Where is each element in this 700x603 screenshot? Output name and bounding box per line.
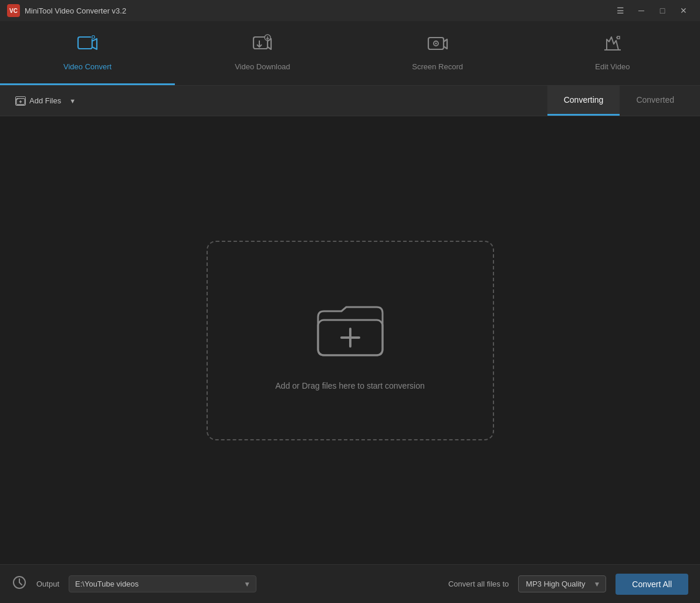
nav-label-edit-video: Edit Video: [595, 62, 630, 71]
bottom-bar: Output E:\YouTube videos ▼ Convert all f…: [0, 564, 700, 603]
nav-item-video-convert[interactable]: Video Convert: [0, 21, 175, 85]
nav-item-screen-record[interactable]: Screen Record: [350, 21, 525, 85]
nav-label-video-download: Video Download: [235, 62, 290, 71]
format-select[interactable]: MP3 High Quality MP4 High Quality AVI MO…: [518, 575, 606, 592]
format-select-wrapper: MP3 High Quality MP4 High Quality AVI MO…: [518, 575, 606, 592]
video-download-icon: [252, 33, 273, 58]
maximize-button[interactable]: □: [653, 4, 672, 18]
app-logo: VC: [7, 4, 20, 17]
app-title: MiniTool Video Converter v3.2: [25, 6, 611, 15]
screen-record-icon: [427, 33, 448, 58]
output-path-select[interactable]: E:\YouTube videos: [69, 575, 256, 592]
history-icon[interactable]: [12, 575, 27, 594]
window-controls: ☰ ─ □ ✕: [611, 4, 693, 18]
drop-zone-text: Add or Drag files here to start conversi…: [275, 381, 424, 390]
nav-label-screen-record: Screen Record: [412, 62, 463, 71]
add-files-label: Add Files: [29, 96, 61, 105]
nav-bar: Video Convert Video Download Sc: [0, 21, 700, 86]
svg-rect-0: [78, 37, 92, 49]
tab-converting[interactable]: Converting: [547, 86, 620, 116]
output-path-wrapper: E:\YouTube videos ▼: [69, 575, 256, 592]
convert-all-files-label: Convert all files to: [448, 580, 509, 588]
drop-zone[interactable]: Add or Drag files here to start conversi…: [207, 241, 494, 440]
output-label: Output: [36, 580, 59, 588]
main-content: Add or Drag files here to start conversi…: [0, 116, 700, 564]
add-files-icon: [15, 96, 26, 106]
edit-video-icon: [602, 33, 623, 58]
nav-label-video-convert: Video Convert: [63, 62, 111, 71]
minimize-button[interactable]: ─: [632, 4, 651, 18]
add-files-button[interactable]: Add Files: [9, 93, 67, 109]
svg-point-11: [435, 43, 437, 45]
nav-item-edit-video[interactable]: Edit Video: [525, 21, 700, 85]
toolbar: Add Files ▼ Converting Converted: [0, 86, 700, 116]
video-convert-icon: [77, 33, 98, 58]
add-files-dropdown-button[interactable]: ▼: [67, 95, 78, 107]
close-button[interactable]: ✕: [674, 4, 693, 18]
title-bar: VC MiniTool Video Converter v3.2 ☰ ─ □ ✕: [0, 0, 700, 21]
conversion-tabs: Converting Converted: [547, 86, 691, 116]
folder-add-icon: [312, 291, 388, 367]
tab-converted[interactable]: Converted: [620, 86, 691, 116]
nav-item-video-download[interactable]: Video Download: [175, 21, 350, 85]
menu-button[interactable]: ☰: [611, 4, 630, 18]
convert-all-button[interactable]: Convert All: [616, 574, 688, 595]
